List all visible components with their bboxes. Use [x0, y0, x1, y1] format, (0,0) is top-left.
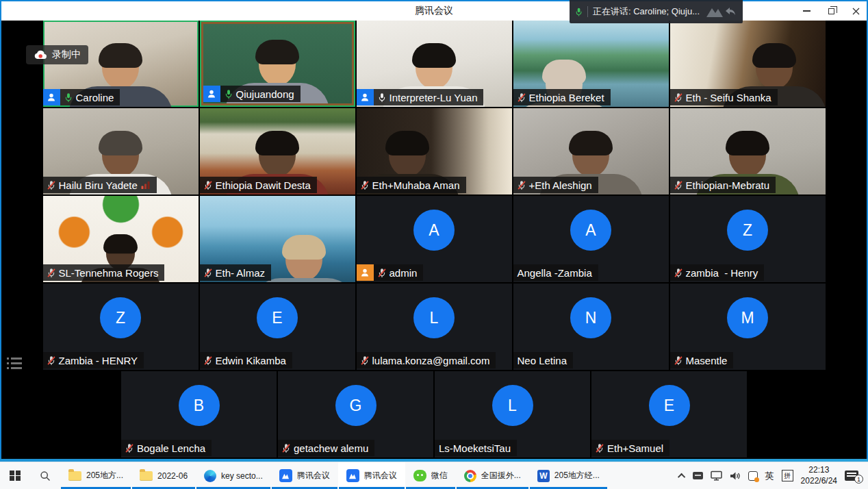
- search-button[interactable]: [30, 462, 60, 489]
- mic-muted-icon: [282, 443, 290, 453]
- participant-name-tag: Angella -Zambia: [513, 264, 598, 281]
- participant-name: Eth- Almaz: [216, 267, 266, 279]
- taskbar-app-label: 腾讯会议: [364, 470, 397, 481]
- tray-volume-icon[interactable]: [730, 471, 741, 481]
- maximize-button[interactable]: [819, 1, 843, 21]
- taskbar-app-button[interactable]: 全国援外...: [456, 462, 529, 489]
- taskbar-app-button[interactable]: 腾讯会议: [338, 462, 405, 489]
- participant-tile[interactable]: Aadmin: [357, 196, 512, 282]
- participant-tile[interactable]: ZZambia - HENRY: [43, 284, 199, 370]
- tray-expand-icon[interactable]: [678, 473, 685, 480]
- name-tag-body: Ls-MoeketsiTau: [435, 440, 517, 456]
- word-icon: W: [537, 470, 550, 482]
- person-icon: [360, 268, 370, 277]
- taskbar-app-button[interactable]: W205地方经...: [529, 462, 608, 489]
- taskbar-app-button[interactable]: 腾讯会议: [271, 462, 338, 489]
- participant-grid: CarolineQiujuandongInterpreter-Lu YuanEt…: [0, 21, 868, 459]
- participant-tile[interactable]: Ggetachew alemu: [278, 371, 433, 457]
- name-tag-body: Qiujuandong: [220, 86, 301, 102]
- participant-tile[interactable]: SL-Tennehma Rogers: [43, 196, 199, 282]
- taskbar-app-button[interactable]: 205地方...: [60, 462, 131, 489]
- participant-name-tag: zambia - Henry: [670, 264, 765, 281]
- taskbar-clock[interactable]: 22:13 2022/6/24: [801, 465, 837, 486]
- participant-tile[interactable]: Eth - Seifu Shanka: [670, 21, 826, 107]
- tray-device-icon[interactable]: [693, 472, 703, 479]
- taskbar-app-button[interactable]: key secto...: [196, 462, 271, 489]
- name-tag-body: Interpreter-Lu Yuan: [374, 89, 484, 105]
- letter-avatar: E: [257, 297, 298, 338]
- tencent-meeting-icon: [279, 469, 292, 482]
- participant-tile[interactable]: LLs-MoeketsiTau: [435, 371, 590, 457]
- network-signal-icon: [141, 181, 151, 189]
- chrome-icon: [464, 470, 476, 482]
- participant-tile[interactable]: Interpreter-Lu Yuan: [357, 21, 512, 107]
- participant-name: Ls-MoeketsiTau: [439, 442, 511, 454]
- tray-ime-app-icon[interactable]: [748, 471, 758, 481]
- overlay-decor: [706, 5, 737, 18]
- participant-name: Edwin Kikamba: [216, 355, 286, 366]
- view-list-icon[interactable]: [7, 358, 22, 369]
- participant-name-tag: Eth- Almaz: [200, 264, 272, 281]
- tray-display-icon[interactable]: [711, 471, 722, 481]
- participant-tile[interactable]: Ethiopian-Mebratu: [670, 108, 826, 195]
- participant-tile[interactable]: AAngella -Zambia: [513, 196, 669, 282]
- mic-muted-icon: [47, 355, 55, 366]
- notification-center-button[interactable]: 1: [845, 471, 858, 481]
- minimize-button[interactable]: [794, 1, 819, 21]
- mic-muted-icon: [674, 355, 682, 366]
- participant-tile[interactable]: BBogale Lencha: [121, 371, 277, 457]
- taskbar-app-label: 205地方经...: [554, 470, 600, 481]
- participant-tile[interactable]: EEth+Samuel: [591, 371, 747, 457]
- participant-tile[interactable]: Zzambia - Henry: [670, 196, 826, 282]
- host-badge: [357, 264, 374, 281]
- participant-tile[interactable]: Eth- Almaz: [200, 196, 355, 282]
- participant-name-tag: admin: [357, 264, 424, 281]
- taskbar-app-label: 腾讯会议: [297, 470, 330, 481]
- participant-name-tag: Qiujuandong: [203, 86, 301, 102]
- participant-name: admin: [390, 267, 418, 279]
- participant-tile[interactable]: Llulama.konza@gmail.com: [357, 284, 512, 370]
- participant-name: Hailu Biru Yadete: [59, 179, 138, 191]
- participant-name-tag: Edwin Kikamba: [200, 352, 292, 368]
- participant-name-tag: Ls-MoeketsiTau: [435, 440, 517, 456]
- taskbar-app-button[interactable]: 2022-06: [131, 462, 196, 489]
- name-tag-body: Edwin Kikamba: [200, 352, 292, 368]
- mic-muted-icon: [125, 443, 133, 453]
- participant-tile[interactable]: Eth+Muhaba Aman: [357, 108, 512, 195]
- recording-badge[interactable]: 录制中: [26, 45, 88, 64]
- participant-tile[interactable]: EEdwin Kikamba: [200, 284, 355, 370]
- close-button[interactable]: [843, 1, 868, 21]
- taskbar-app-button[interactable]: 微信: [405, 462, 456, 489]
- mic-muted-icon: [361, 355, 369, 366]
- participant-name: Qiujuandong: [236, 88, 294, 100]
- letter-avatar: M: [727, 297, 768, 338]
- participant-name: SL-Tennehma Rogers: [59, 267, 159, 279]
- participant-tile[interactable]: Hailu Biru Yadete: [43, 108, 199, 195]
- mic-muted-icon: [596, 443, 604, 453]
- ime-pinyin-indicator[interactable]: 拼: [782, 470, 793, 481]
- name-tag-body: Eth- Almaz: [200, 264, 272, 281]
- system-tray: 英 拼 22:13 2022/6/24 1: [673, 462, 868, 489]
- participant-tile[interactable]: MMasentle: [670, 284, 826, 370]
- window-controls: [794, 1, 868, 21]
- mic-muted-icon: [518, 92, 526, 103]
- participant-name-tag: Hailu Biru Yadete: [43, 177, 157, 193]
- participant-tile[interactable]: Ethiopia Dawit Desta: [200, 108, 355, 195]
- name-tag-body: +Eth Aleshign: [513, 177, 598, 193]
- app-title: 腾讯会议: [415, 5, 453, 17]
- participant-name-tag: Neo Letina: [513, 352, 574, 368]
- letter-avatar: G: [335, 385, 376, 426]
- participant-tile[interactable]: +Eth Aleshign: [513, 108, 669, 195]
- letter-avatar: N: [570, 297, 611, 338]
- ime-language-indicator[interactable]: 英: [765, 470, 774, 482]
- name-tag-body: Neo Letina: [513, 352, 574, 368]
- grid-row: CarolineQiujuandongInterpreter-Lu YuanEt…: [0, 21, 868, 107]
- participant-tile[interactable]: Ethiopia Bereket: [513, 21, 669, 107]
- start-button[interactable]: [0, 462, 30, 489]
- grid-row: SL-Tennehma RogersEth- AlmazAadminAAngel…: [0, 196, 868, 282]
- name-tag-body: Zambia - HENRY: [43, 352, 144, 368]
- participant-tile[interactable]: NNeo Letina: [513, 284, 669, 370]
- participant-name: Eth+Samuel: [607, 442, 663, 454]
- participant-tile[interactable]: Qiujuandong: [200, 21, 355, 107]
- mic-muted-icon: [204, 355, 212, 366]
